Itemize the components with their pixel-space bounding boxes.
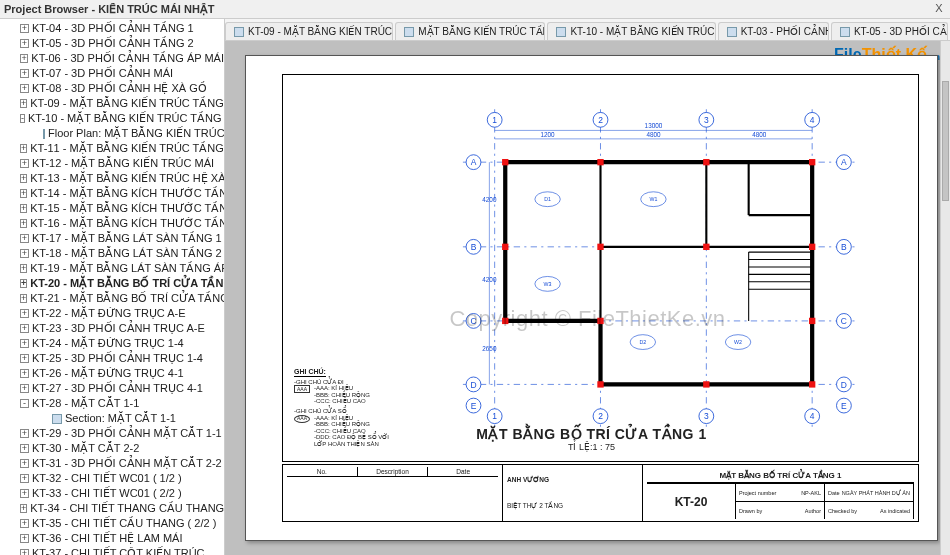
tree-item[interactable]: +KT-22 - MẶT ĐỨNG TRỤC A-E xyxy=(0,306,224,321)
expand-icon[interactable]: + xyxy=(20,174,27,183)
expand-icon[interactable]: + xyxy=(20,444,29,453)
svg-rect-67 xyxy=(809,318,815,324)
tree-item[interactable]: +KT-17 - MẶT BẰNG LÁT SÀN TẦNG 1 xyxy=(0,231,224,246)
view-tab[interactable]: KT-09 - MẶT BẰNG KIẾN TRÚC TẦ… xyxy=(225,22,393,40)
expand-icon[interactable]: + xyxy=(20,279,27,288)
expand-icon[interactable]: + xyxy=(20,99,27,108)
tree-item[interactable]: +KT-25 - 3D PHỐI CẢNH TRỤC 1-4 xyxy=(0,351,224,366)
view-tab[interactable]: KT-05 - 3D PHỐI CẢNH xyxy=(831,22,948,40)
tree-item[interactable]: +KT-34 - CHI TIẾT THANG CẦU THANG ( 1/2 … xyxy=(0,501,224,516)
svg-text:D2: D2 xyxy=(639,339,646,345)
svg-text:4: 4 xyxy=(810,115,815,125)
tree-item[interactable]: +KT-07 - 3D PHỐI CẢNH MÁI xyxy=(0,66,224,81)
expand-icon[interactable]: + xyxy=(20,429,29,438)
expand-icon[interactable]: + xyxy=(20,24,29,33)
tree-item[interactable]: +KT-05 - 3D PHỐI CẢNH TẦNG 2 xyxy=(0,36,224,51)
expand-icon[interactable]: + xyxy=(20,159,29,168)
tree-item[interactable]: +KT-26 - MẶT ĐỨNG TRỤC 4-1 xyxy=(0,366,224,381)
svg-text:E: E xyxy=(841,401,847,411)
expand-icon[interactable]: + xyxy=(20,339,29,348)
expand-icon[interactable]: + xyxy=(20,54,28,63)
tree-item[interactable]: +KT-09 - MẶT BẰNG KIẾN TRÚC TẦNG 1 xyxy=(0,96,224,111)
tree-item-label: KT-05 - 3D PHỐI CẢNH TẦNG 2 xyxy=(32,37,194,50)
tree-item[interactable]: +KT-06 - 3D PHỐI CẢNH TẦNG ÁP MÁI xyxy=(0,51,224,66)
expand-icon[interactable]: + xyxy=(20,249,29,258)
tree-item[interactable]: +KT-36 - CHI TIẾT HỆ LAM MÁI xyxy=(0,531,224,546)
expand-icon[interactable]: + xyxy=(20,519,29,528)
tree-item[interactable]: +KT-30 - MẶT CẮT 2-2 xyxy=(0,441,224,456)
expand-icon[interactable]: + xyxy=(20,549,29,555)
drawing-canvas[interactable]: FileThiết Kế.vn xyxy=(225,41,950,555)
tree-item[interactable]: +KT-14 - MẶT BẰNG KÍCH THƯỚC TẦNG 1 xyxy=(0,186,224,201)
svg-rect-65 xyxy=(502,318,508,324)
tree-item[interactable]: +KT-19 - MẶT BẰNG LÁT SÀN TẦNG ÁP MÁI xyxy=(0,261,224,276)
tree-item[interactable]: +KT-20 - MẶT BẰNG BỐ TRÍ CỬA TẦNG 1 xyxy=(0,276,224,291)
expand-icon[interactable]: + xyxy=(20,39,29,48)
tree-item[interactable]: +KT-27 - 3D PHỐI CẢNH TRỤC 4-1 xyxy=(0,381,224,396)
expand-icon[interactable]: + xyxy=(20,189,27,198)
tree-item[interactable]: +KT-12 - MẶT BẰNG KIẾN TRÚC MÁI xyxy=(0,156,224,171)
expand-icon[interactable]: + xyxy=(20,369,29,378)
tree-item[interactable]: +KT-37 - CHI TIẾT CỘT KIẾN TRÚC xyxy=(0,546,224,555)
tree-item[interactable]: +KT-32 - CHI TIẾT WC01 ( 1/2 ) xyxy=(0,471,224,486)
tree-item[interactable]: +KT-08 - 3D PHỐI CẢNH HỆ XÀ GỒ xyxy=(0,81,224,96)
expand-icon[interactable]: + xyxy=(20,324,29,333)
svg-rect-63 xyxy=(703,244,709,250)
expand-icon[interactable]: + xyxy=(20,534,29,543)
tree-item[interactable]: +KT-24 - MẶT ĐỨNG TRỤC 1-4 xyxy=(0,336,224,351)
expand-icon[interactable]: + xyxy=(20,234,29,243)
tab-label: KT-10 - MẶT BẰNG KIẾN TRÚC TẦ… xyxy=(570,26,715,37)
expand-icon[interactable]: + xyxy=(20,489,29,498)
project-browser-header: Project Browser - KIẾN TRÚC MÁI NHẬT X xyxy=(0,0,950,19)
svg-text:A: A xyxy=(471,157,477,167)
expand-icon[interactable]: + xyxy=(20,384,29,393)
expand-icon[interactable]: - xyxy=(20,114,25,123)
expand-icon[interactable]: + xyxy=(20,204,27,213)
tree-item[interactable]: -KT-10 - MẶT BẰNG KIẾN TRÚC TẦNG 2 xyxy=(0,111,224,126)
tree-item[interactable]: +KT-35 - CHI TIẾT CẦU THANG ( 2/2 ) xyxy=(0,516,224,531)
expand-icon[interactable]: + xyxy=(20,69,29,78)
sheet-icon xyxy=(840,27,850,37)
tree-item[interactable]: +KT-16 - MẶT BẰNG KÍCH THƯỚC TẦNG MÁI xyxy=(0,216,224,231)
tree-item[interactable]: +KT-29 - 3D PHỐI CẢNH MẶT CẮT 1-1 xyxy=(0,426,224,441)
expand-icon[interactable]: + xyxy=(20,264,27,273)
expand-icon[interactable]: - xyxy=(20,399,29,408)
tree-item-label: KT-09 - MẶT BẰNG KIẾN TRÚC TẦNG 1 xyxy=(30,97,225,110)
expand-icon[interactable]: + xyxy=(20,474,29,483)
svg-text:C: C xyxy=(470,316,476,326)
project-browser-tree[interactable]: +KT-04 - 3D PHỐI CẢNH TẦNG 1+KT-05 - 3D … xyxy=(0,19,225,555)
expand-icon[interactable]: + xyxy=(20,294,27,303)
expand-icon[interactable]: + xyxy=(20,309,29,318)
tree-item[interactable]: +KT-31 - 3D PHỐI CẢNH MẶT CẮT 2-2 xyxy=(0,456,224,471)
svg-text:E: E xyxy=(471,401,477,411)
tree-item[interactable]: +KT-18 - MẶT BẰNG LÁT SÀN TẦNG 2 xyxy=(0,246,224,261)
tree-item-label: KT-31 - 3D PHỐI CẢNH MẶT CẮT 2-2 xyxy=(32,457,222,470)
expand-icon[interactable]: + xyxy=(20,84,29,93)
tree-item[interactable]: +KT-33 - CHI TIẾT WC01 ( 2/2 ) xyxy=(0,486,224,501)
expand-icon[interactable]: + xyxy=(20,354,29,363)
expand-icon[interactable]: + xyxy=(20,219,27,228)
view-tab[interactable]: MẶT BẰNG KIẾN TRÚC TẦNG 2 xyxy=(395,22,545,40)
svg-text:1: 1 xyxy=(492,411,497,421)
tree-item[interactable]: +KT-13 - MẶT BẰNG KIẾN TRÚC HỆ XÀ GỒ xyxy=(0,171,224,186)
tree-item[interactable]: +KT-23 - 3D PHỐI CẢNH TRỤC A-E xyxy=(0,321,224,336)
tree-item-label: KT-29 - 3D PHỐI CẢNH MẶT CẮT 1-1 xyxy=(32,427,222,440)
svg-text:D: D xyxy=(470,380,476,390)
tree-item[interactable]: +KT-21 - MẶT BẰNG BỐ TRÍ CỬA TẦNG 2 xyxy=(0,291,224,306)
expand-icon[interactable]: + xyxy=(20,459,29,468)
view-tab[interactable]: KT-03 - PHỐI CẢNH 1 xyxy=(718,22,829,40)
vertical-scrollbar[interactable] xyxy=(940,41,950,555)
project-browser-close-icon[interactable]: X xyxy=(932,2,946,16)
tree-item[interactable]: +KT-15 - MẶT BẰNG KÍCH THƯỚC TẦNG 2 xyxy=(0,201,224,216)
tree-item-label: KT-12 - MẶT BẰNG KIẾN TRÚC MÁI xyxy=(32,157,214,170)
tree-item[interactable]: +KT-11 - MẶT BẰNG KIẾN TRÚC TẦNG ÁP MÁI xyxy=(0,141,224,156)
tree-item[interactable]: -KT-28 - MẶT CẮT 1-1 xyxy=(0,396,224,411)
view-tab[interactable]: KT-10 - MẶT BẰNG KIẾN TRÚC TẦ… xyxy=(547,22,715,40)
tree-item[interactable]: +KT-04 - 3D PHỐI CẢNH TẦNG 1 xyxy=(0,21,224,36)
tree-item[interactable]: Floor Plan: MẶT BẰNG KIẾN TRÚC TẦNG 2 xyxy=(0,126,224,141)
expand-icon[interactable]: + xyxy=(20,144,27,153)
expand-icon[interactable]: + xyxy=(20,504,27,513)
svg-rect-68 xyxy=(597,381,603,387)
sheet-title: MẶT BẰNG BỐ TRÍ CỬA TẦNG 1 xyxy=(647,467,914,483)
tree-item[interactable]: Section: MẶT CẮT 1-1 xyxy=(0,411,224,426)
